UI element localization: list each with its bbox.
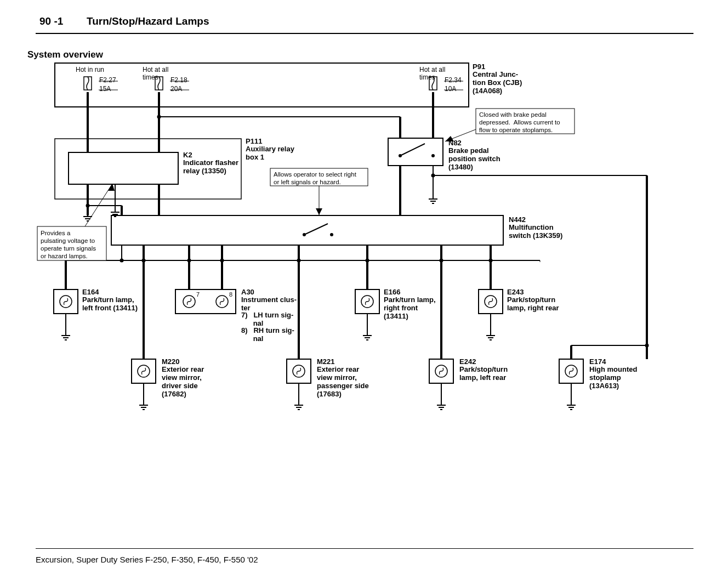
svg-point-37	[330, 233, 333, 236]
n442-id: N442	[509, 215, 526, 224]
n82-name: Brake pedal position switch (13480)	[448, 146, 501, 171]
callout-flasher: Provides a pulsating voltage to operate …	[41, 229, 96, 260]
n442-name: Multifunction switch (13K359)	[509, 223, 562, 240]
wiring-diagram	[0, 0, 728, 493]
svg-line-38	[304, 224, 328, 235]
fuse-f218-num: F2.18	[170, 76, 187, 84]
hot-at-all-times-label-2: Hot at all times	[419, 66, 445, 81]
m221-id: M221	[317, 357, 335, 366]
k2-name: Indicator flasher relay (13350)	[183, 158, 238, 175]
svg-point-52	[297, 259, 301, 263]
fuse-f234-amp: 10A	[445, 85, 456, 93]
p91-name: Central Junc- tion Box (CJB) (14A068)	[473, 70, 522, 95]
hot-in-run-label: Hot in run	[76, 66, 104, 73]
svg-marker-93	[316, 208, 322, 215]
e166-name: Park/turn lamp, right front (13411)	[384, 296, 436, 320]
e166-id: E166	[384, 288, 400, 296]
svg-point-58	[489, 259, 493, 263]
svg-rect-19	[388, 138, 443, 166]
m221-name: Exterior rear view mirror, passenger sid…	[317, 365, 369, 398]
svg-point-21	[431, 154, 435, 157]
footer-text: Excursion, Super Duty Series F-250, F-35…	[36, 555, 258, 564]
e243-name: Park/stop/turn lamp, right rear	[507, 296, 559, 312]
a30-i8: 8	[229, 291, 232, 298]
e164-id: E164	[82, 288, 99, 296]
svg-point-54	[366, 259, 369, 263]
m220-name: Exterior rear view mirror, driver side (…	[162, 365, 204, 398]
p111-id: P111	[246, 137, 262, 145]
hot-at-all-times-label-1: Hot at all times	[143, 66, 168, 81]
a30-name: Instrument clus- ter	[241, 296, 297, 312]
svg-rect-63	[175, 289, 236, 314]
svg-point-46	[142, 259, 146, 263]
m220-id: M220	[162, 357, 180, 366]
svg-rect-35	[111, 215, 503, 245]
e164-name: Park/turn lamp, left front (13411)	[82, 296, 138, 312]
p91-id: P91	[473, 63, 485, 71]
e242-id: E242	[459, 357, 476, 366]
a30-7: 7) LH turn sig- nal	[241, 311, 293, 327]
svg-point-48	[187, 259, 191, 263]
fuse-f234-num: F2.34	[445, 76, 462, 84]
e174-id: E174	[589, 357, 606, 366]
svg-point-29	[431, 174, 435, 178]
callout-brake: Closed with brake pedal depressed. Allow…	[479, 111, 560, 134]
a30-8: 8) RH turn sig- nal	[241, 326, 294, 343]
fuse-f227-num: F2.27	[99, 76, 116, 84]
e174-name: High mounted stoplamp (13A613)	[589, 365, 637, 390]
fuse-f227-amp: 15A	[99, 85, 111, 93]
callout-multifunc: Allows operator to select right or left …	[274, 171, 356, 186]
svg-rect-0	[55, 63, 469, 107]
fuse-f218-amp: 20A	[170, 85, 182, 93]
svg-point-50	[220, 259, 224, 263]
a30-i7: 7	[196, 291, 200, 298]
footer-rule	[36, 548, 693, 549]
svg-point-56	[440, 259, 443, 263]
a30-id: A30	[241, 288, 254, 296]
svg-rect-17	[69, 152, 178, 184]
n82-id: N82	[448, 139, 462, 147]
k2-id: K2	[183, 151, 192, 159]
e243-id: E243	[507, 288, 524, 296]
svg-line-22	[400, 144, 425, 156]
ground-icon	[429, 196, 437, 203]
p111-name: Auxiliary relay box 1	[246, 145, 294, 161]
e242-name: Park/stop/turn lamp, left rear	[459, 365, 508, 382]
